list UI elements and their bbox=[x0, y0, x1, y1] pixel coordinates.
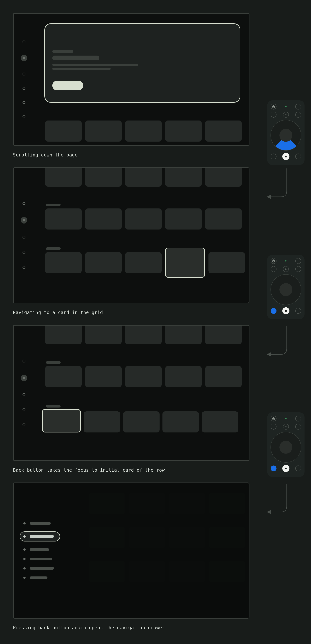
content-card[interactable] bbox=[165, 120, 202, 142]
remote-button[interactable] bbox=[295, 266, 301, 272]
content-card[interactable] bbox=[162, 412, 199, 432]
content-card[interactable] bbox=[208, 252, 245, 273]
content-card[interactable] bbox=[45, 366, 82, 387]
nav-dot-selected[interactable] bbox=[21, 375, 27, 381]
nav-dot[interactable] bbox=[22, 360, 26, 362]
content-card[interactable] bbox=[85, 167, 122, 186]
content-card[interactable] bbox=[125, 366, 162, 387]
back-button-active[interactable]: ← bbox=[271, 308, 276, 314]
remote-button[interactable] bbox=[295, 112, 301, 118]
nav-dot-selected[interactable] bbox=[21, 217, 27, 224]
dpad[interactable] bbox=[270, 120, 301, 151]
content-card[interactable] bbox=[202, 412, 238, 432]
nav-dot[interactable] bbox=[22, 72, 26, 76]
home-button[interactable] bbox=[282, 465, 290, 472]
placeholder-line bbox=[52, 68, 111, 70]
content-card[interactable] bbox=[45, 208, 82, 230]
home-button[interactable] bbox=[282, 307, 290, 314]
drawer-item-selected[interactable] bbox=[20, 532, 60, 542]
nav-dot[interactable] bbox=[22, 424, 26, 426]
content-card[interactable] bbox=[165, 208, 202, 230]
remote-button[interactable] bbox=[295, 424, 301, 430]
navigation-drawer bbox=[23, 483, 60, 618]
drawer-item[interactable] bbox=[23, 567, 60, 570]
svg-rect-2 bbox=[286, 114, 286, 115]
content-card[interactable] bbox=[125, 325, 162, 344]
content-card[interactable] bbox=[45, 252, 82, 273]
content-card[interactable] bbox=[205, 366, 242, 387]
content-card[interactable] bbox=[85, 120, 122, 142]
remote-button[interactable] bbox=[295, 154, 301, 160]
content-card[interactable] bbox=[85, 325, 122, 344]
placeholder-line bbox=[52, 56, 99, 60]
remote-button[interactable] bbox=[271, 424, 276, 430]
dpad[interactable] bbox=[270, 432, 301, 462]
content-card[interactable] bbox=[165, 366, 202, 387]
mic-button[interactable] bbox=[283, 112, 289, 118]
content-card[interactable] bbox=[205, 167, 242, 186]
mic-button[interactable] bbox=[283, 424, 289, 430]
content-card[interactable] bbox=[205, 208, 242, 230]
drawer-item[interactable] bbox=[23, 522, 60, 525]
input-button[interactable] bbox=[295, 416, 301, 422]
power-button[interactable]: ⏻ bbox=[271, 104, 276, 110]
nav-dot[interactable] bbox=[22, 266, 26, 269]
back-button-active[interactable]: ← bbox=[271, 466, 276, 471]
back-button[interactable]: ← bbox=[271, 154, 276, 160]
content-card[interactable] bbox=[125, 252, 162, 273]
content-card[interactable] bbox=[45, 325, 82, 344]
input-button[interactable] bbox=[295, 258, 301, 264]
dpad-select[interactable] bbox=[280, 129, 292, 142]
svg-rect-12 bbox=[286, 426, 286, 427]
remote-button[interactable] bbox=[271, 266, 276, 272]
content-card[interactable] bbox=[85, 366, 122, 387]
content-card[interactable] bbox=[123, 412, 160, 432]
dpad-select[interactable] bbox=[280, 283, 292, 296]
power-button[interactable]: ⏻ bbox=[271, 258, 276, 264]
dpad-select[interactable] bbox=[280, 441, 292, 454]
input-button[interactable] bbox=[295, 104, 301, 110]
nav-rail bbox=[22, 168, 29, 303]
content-card[interactable] bbox=[84, 412, 120, 432]
content-card[interactable] bbox=[85, 208, 122, 230]
nav-dot[interactable] bbox=[22, 115, 26, 118]
content-card[interactable] bbox=[165, 167, 202, 186]
nav-dot[interactable] bbox=[22, 393, 26, 396]
svg-rect-8 bbox=[286, 268, 286, 269]
cta-button[interactable] bbox=[52, 81, 83, 90]
home-button[interactable] bbox=[282, 153, 290, 160]
content-card[interactable] bbox=[125, 120, 162, 142]
nav-dot[interactable] bbox=[22, 251, 26, 254]
drawer-item[interactable] bbox=[23, 558, 60, 560]
status-led bbox=[285, 260, 286, 262]
drawer-item[interactable] bbox=[23, 576, 60, 579]
content-card[interactable] bbox=[125, 167, 162, 186]
nav-rail bbox=[22, 326, 29, 460]
focused-first-card[interactable] bbox=[42, 409, 81, 432]
featured-hero-card[interactable] bbox=[44, 23, 240, 103]
nav-dot[interactable] bbox=[22, 87, 26, 90]
drawer-item[interactable] bbox=[23, 548, 60, 551]
remote-button[interactable] bbox=[295, 308, 301, 314]
remote-control: ⏻ ← bbox=[267, 412, 304, 477]
remote-button[interactable] bbox=[271, 112, 276, 118]
content-card[interactable] bbox=[125, 208, 162, 230]
nav-dot-selected[interactable] bbox=[21, 55, 27, 61]
content-card[interactable] bbox=[85, 252, 122, 273]
nav-dot[interactable] bbox=[22, 202, 26, 205]
content-card[interactable] bbox=[45, 167, 82, 186]
nav-dot[interactable] bbox=[22, 236, 26, 238]
content-card[interactable] bbox=[205, 325, 242, 344]
content-card[interactable] bbox=[45, 120, 82, 142]
content-card[interactable] bbox=[205, 120, 242, 142]
content-card[interactable] bbox=[165, 325, 202, 344]
nav-dot[interactable] bbox=[22, 40, 26, 44]
status-led bbox=[285, 418, 286, 419]
nav-dot[interactable] bbox=[22, 408, 26, 411]
nav-dot[interactable] bbox=[22, 101, 26, 104]
dpad[interactable] bbox=[270, 274, 301, 305]
focused-card[interactable] bbox=[165, 248, 205, 278]
power-button[interactable]: ⏻ bbox=[271, 416, 276, 422]
remote-button[interactable] bbox=[295, 466, 301, 471]
mic-button[interactable] bbox=[283, 266, 289, 272]
